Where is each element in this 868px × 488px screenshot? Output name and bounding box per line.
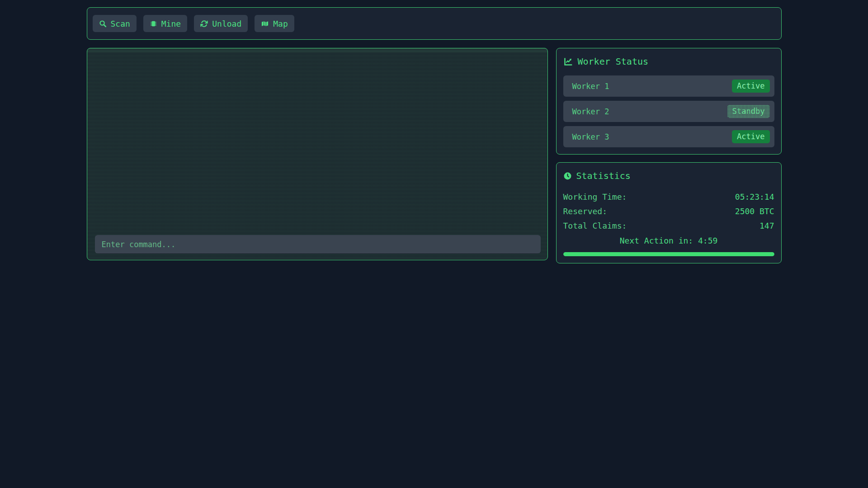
command-input[interactable] (95, 235, 541, 253)
status-badge[interactable]: Active (732, 80, 769, 93)
worker-name: Worker 3 (572, 132, 609, 141)
app-root: Scan Mine (87, 0, 782, 263)
stat-value: 05:23:14 (735, 190, 774, 204)
sync-icon (200, 20, 208, 28)
statistics-title: Statistics (563, 170, 774, 181)
worker-row: Worker 2 Standby (563, 101, 774, 122)
unload-button-label: Unload (212, 19, 241, 28)
stat-row: Total Claims: 147 (563, 219, 774, 233)
microchip-icon (150, 20, 157, 28)
statistics-panel: Statistics Working Time: 05:23:14 Reserv… (556, 162, 782, 263)
stat-row: Working Time: 05:23:14 (563, 190, 774, 204)
terminal-panel (87, 48, 548, 260)
worker-status-panel: Worker Status Worker 1 Active Worker 2 S… (556, 48, 782, 155)
worker-status-title: Worker Status (563, 56, 774, 67)
worker-row: Worker 3 Active (563, 126, 774, 147)
stat-value: 147 (760, 219, 774, 233)
stat-value: 2500 BTC (735, 204, 774, 219)
status-badge[interactable]: Standby (727, 105, 770, 118)
worker-row: Worker 1 Active (563, 75, 774, 97)
statistics-title-text: Statistics (576, 170, 631, 181)
main-content: Worker Status Worker 1 Active Worker 2 S… (87, 48, 782, 263)
toolbar: Scan Mine (87, 7, 782, 40)
mine-button-label: Mine (161, 19, 181, 28)
map-button-label: Map (273, 19, 288, 28)
stat-label: Reserved: (563, 204, 608, 219)
status-badge[interactable]: Active (732, 130, 769, 143)
chart-line-icon (563, 57, 573, 66)
stat-label: Total Claims: (563, 219, 627, 233)
scan-button-label: Scan (111, 19, 130, 28)
worker-name: Worker 1 (572, 82, 609, 91)
map-icon (261, 20, 269, 28)
mine-button[interactable]: Mine (143, 15, 187, 32)
next-action-progress (563, 252, 774, 256)
stat-row: Reserved: 2500 BTC (563, 204, 774, 219)
next-action-countdown: Next Action in: 4:59 (563, 234, 774, 248)
unload-button[interactable]: Unload (194, 15, 248, 32)
worker-name: Worker 2 (572, 107, 609, 116)
progress-fill (563, 252, 774, 256)
worker-status-title-text: Worker Status (578, 56, 649, 67)
stat-label: Working Time: (563, 190, 627, 204)
clock-icon (563, 172, 572, 180)
map-button[interactable]: Map (255, 15, 294, 32)
scan-button[interactable]: Scan (93, 15, 137, 32)
search-icon (99, 20, 107, 28)
sidebar: Worker Status Worker 1 Active Worker 2 S… (556, 48, 782, 263)
